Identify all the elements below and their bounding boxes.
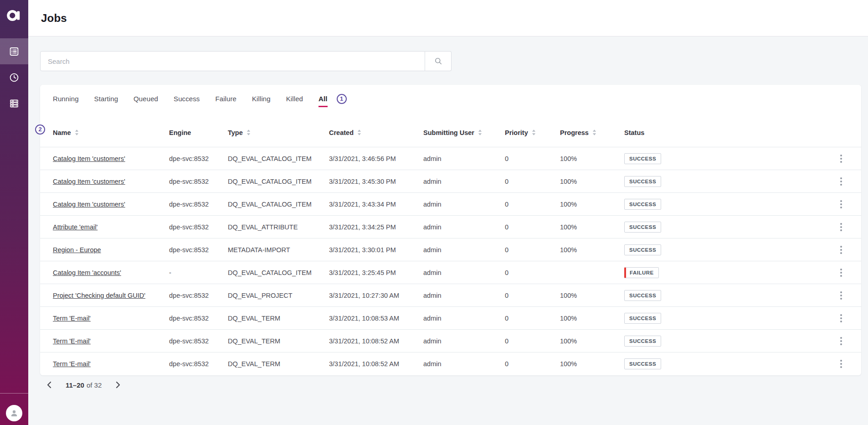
job-name-link[interactable]: Term 'E-mail' [53, 360, 91, 368]
row-actions-button[interactable] [837, 243, 845, 257]
job-name-link[interactable]: Attribute 'email' [53, 223, 98, 231]
column-header-name[interactable]: Name [53, 129, 169, 136]
created-cell: 3/31/2021, 3:46:56 PM [329, 155, 423, 162]
sort-icon[interactable] [592, 130, 596, 135]
engine-cell: dpe-svc:8532 [169, 360, 228, 368]
type-cell: DQ_EVAL_CATALOG_ITEM [228, 155, 329, 162]
tab-running[interactable]: Running [53, 95, 79, 107]
person-icon [9, 408, 19, 418]
column-label: Priority [505, 129, 528, 136]
job-name-link[interactable]: Project 'Checking default GUID' [53, 292, 145, 299]
created-cell: 3/31/2021, 10:27:30 AM [329, 292, 423, 299]
table-rows-icon [9, 98, 20, 109]
sidebar-bottom [0, 393, 28, 425]
created-cell: 3/31/2021, 3:25:45 PM [329, 269, 423, 276]
prev-page-button[interactable] [44, 379, 55, 390]
progress-cell: 100% [560, 337, 624, 345]
row-actions-button[interactable] [837, 266, 845, 280]
next-page-button[interactable] [113, 379, 123, 390]
row-actions-button[interactable] [837, 152, 845, 166]
search-input[interactable] [40, 51, 425, 71]
row-actions-button[interactable] [837, 357, 845, 371]
tab-killed[interactable]: Killed [286, 95, 303, 107]
job-name-link[interactable]: Region - Europe [53, 246, 101, 254]
app-logo[interactable] [0, 0, 28, 31]
status-badge: SUCCESS [624, 222, 661, 233]
progress-cell: 100% [560, 315, 624, 322]
row-actions-button[interactable] [837, 197, 845, 211]
column-label: Submitting User [423, 129, 474, 136]
status-badge: SUCCESS [624, 358, 661, 369]
row-actions-button[interactable] [837, 175, 845, 188]
priority-cell: 0 [505, 360, 560, 368]
sort-icon[interactable] [75, 130, 79, 135]
page-title: Jobs [41, 12, 67, 25]
sidebar-item-servers[interactable] [0, 90, 28, 116]
column-header-engine: Engine [169, 129, 228, 136]
table-row: Project 'Checking default GUID'dpe-svc:8… [40, 284, 861, 306]
priority-cell: 0 [505, 155, 560, 162]
progress-cell: 100% [560, 178, 624, 185]
annotation-badge-2: 2 [35, 124, 45, 135]
progress-cell: 100% [560, 246, 624, 254]
row-actions-button[interactable] [837, 311, 845, 325]
engine-cell: dpe-svc:8532 [169, 292, 228, 299]
filter-tabs: RunningStartingQueuedSuccessFailureKilli… [40, 85, 861, 107]
priority-cell: 0 [505, 223, 560, 231]
job-name-link[interactable]: Catalog Item 'customers' [53, 178, 125, 185]
submitting-user-cell: admin [423, 269, 505, 276]
sort-icon[interactable] [478, 130, 482, 135]
priority-cell: 0 [505, 315, 560, 322]
submitting-user-cell: admin [423, 315, 505, 322]
sidebar-item-history[interactable] [0, 64, 28, 90]
column-header-priority[interactable]: Priority [505, 129, 560, 136]
tab-queued[interactable]: Queued [134, 95, 158, 107]
job-name-link[interactable]: Catalog Item 'accounts' [53, 269, 121, 276]
job-name-link[interactable]: Term 'E-mail' [53, 337, 91, 345]
chevron-left-icon [46, 381, 52, 389]
job-name-link[interactable]: Catalog Item 'customers' [53, 155, 125, 162]
tab-success[interactable]: Success [174, 95, 200, 107]
progress-cell: 100% [560, 360, 624, 368]
submitting-user-cell: admin [423, 223, 505, 231]
sidebar-divider [0, 393, 28, 394]
table-row: Catalog Item 'customers'dpe-svc:8532DQ_E… [40, 170, 861, 192]
column-label: Status [624, 129, 644, 136]
sort-icon[interactable] [247, 130, 251, 135]
row-actions-button[interactable] [837, 289, 845, 302]
created-cell: 3/31/2021, 10:08:52 AM [329, 337, 423, 345]
row-actions-button[interactable] [837, 334, 845, 348]
engine-cell: dpe-svc:8532 [169, 155, 228, 162]
created-cell: 3/31/2021, 10:08:52 AM [329, 360, 423, 368]
row-actions-button[interactable] [837, 220, 845, 234]
engine-cell: dpe-svc:8532 [169, 201, 228, 208]
jobs-card: RunningStartingQueuedSuccessFailureKilli… [40, 85, 861, 375]
tab-starting[interactable]: Starting [94, 95, 118, 107]
search-button[interactable] [425, 51, 452, 71]
job-name-link[interactable]: Catalog Item 'customers' [53, 201, 125, 208]
column-header-type[interactable]: Type [228, 129, 329, 136]
priority-cell: 0 [505, 246, 560, 254]
tab-killing[interactable]: Killing [252, 95, 271, 107]
tab-all[interactable]: All [318, 95, 327, 107]
priority-cell: 0 [505, 201, 560, 208]
sort-icon[interactable] [532, 130, 536, 135]
type-cell: METADATA-IMPORT [228, 246, 329, 254]
status-badge: SUCCESS [624, 313, 661, 324]
kebab-menu-icon [840, 200, 842, 208]
priority-cell: 0 [505, 178, 560, 185]
sort-icon[interactable] [357, 130, 361, 135]
kebab-menu-icon [840, 177, 842, 186]
tab-failure[interactable]: Failure [215, 95, 236, 107]
list-icon [9, 46, 20, 57]
column-header-progress[interactable]: Progress [560, 129, 624, 136]
sidebar-item-jobs[interactable] [0, 38, 28, 64]
column-header-created[interactable]: Created [329, 129, 423, 136]
table-row: Term 'E-mail'dpe-svc:8532DQ_EVAL_TERM3/3… [40, 329, 861, 352]
job-name-link[interactable]: Term 'E-mail' [53, 315, 91, 322]
type-cell: DQ_EVAL_CATALOG_ITEM [228, 178, 329, 185]
user-avatar[interactable] [6, 405, 22, 421]
search-icon [434, 57, 443, 66]
kebab-menu-icon [840, 269, 842, 277]
column-header-submitting-user[interactable]: Submitting User [423, 129, 505, 136]
